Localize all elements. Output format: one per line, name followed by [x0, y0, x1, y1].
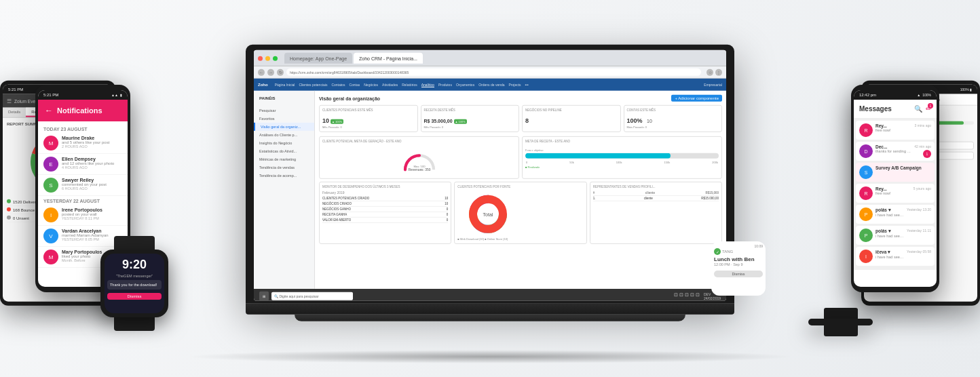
msg-avatar: R — [859, 186, 873, 200]
watch-name: TANG — [722, 250, 733, 254]
nav-contatos[interactable]: Contatos — [331, 83, 345, 87]
sidebar-tendencia-vendas[interactable]: Tendência de vendas — [254, 163, 314, 172]
browser-tab-2[interactable]: Zoho CRM - Página Inicia... — [354, 53, 423, 64]
revenue-realized: ■ Realizado — [525, 165, 719, 169]
sidebar-insights[interactable]: Insights do Negócio — [254, 139, 314, 147]
perf-row-4: RECEITA GANHA0 — [322, 212, 448, 218]
compose-icon[interactable]: ✏ 1 — [926, 105, 931, 113]
nav-ordens[interactable]: Ordens de venda — [478, 83, 504, 87]
start-button[interactable]: ⊞ — [259, 292, 269, 301]
battery-pct: 100% — [922, 93, 931, 97]
message-item[interactable]: P polás ▾ i have had seen the mockup s..… — [856, 226, 935, 245]
nav-atividades[interactable]: Atividades — [382, 83, 398, 87]
msg-avatar: P — [859, 229, 873, 242]
nav-projetos[interactable]: Projects — [509, 83, 521, 87]
notif-name: Maurine Drake — [62, 136, 122, 140]
stat-receita-badge: ▲ 100% — [454, 119, 467, 124]
nav-negocios[interactable]: Negócios — [364, 83, 378, 87]
nav-more[interactable]: ••• — [525, 83, 529, 87]
msg-text: free now! — [875, 191, 911, 195]
nav-analitico[interactable]: Analítico — [421, 82, 434, 87]
menu-icon[interactable]: ⋮ — [715, 68, 722, 75]
taskbar-icon-3[interactable]: ⊡ — [685, 292, 689, 300]
phone-right-screen: 12:42 pm ▲ 100% Messages 🔍 ✏ 1 — [854, 90, 937, 287]
msg-content: Survey A/B Campaign — [875, 165, 931, 170]
stat-clientes-badge: ▲ 100% — [331, 119, 343, 124]
paineis-title: PAINÉIS — [259, 96, 276, 100]
search-icon[interactable]: 🔍 — [914, 105, 922, 113]
msg-time: 3 mins ago — [915, 123, 931, 127]
nav-relatorios[interactable]: Relatórios — [402, 83, 417, 87]
taskbar-icon-1[interactable]: ⊡ — [674, 292, 678, 300]
message-item[interactable]: I ičeva ▾ i have had seen the mockup s..… — [856, 247, 935, 266]
message-item[interactable]: R Rey... free now! 5 yours ago — [856, 184, 935, 203]
messages-header: Messages 🔍 ✏ 1 — [854, 100, 937, 119]
notification-badge: 1 — [928, 103, 933, 108]
message-item[interactable]: S Survey A/B Campaign — [856, 163, 935, 182]
stat-receita-sub: Mês Passado: 0 — [424, 125, 516, 129]
taskbar-icon-5[interactable]: ⊡ — [696, 292, 700, 300]
add-component-button[interactable]: + Adicionar componente — [671, 95, 722, 102]
fonte-title: CLIENTES POTENCIAIS POR FONTE — [457, 185, 583, 188]
sidebar-tendencia-acomp[interactable]: Tendência de acomp... — [254, 172, 314, 180]
monitor-month: February 2019 — [322, 191, 448, 195]
monitor-desempenho: MONITOR DE DESEMPENHO DOS ÚLTIMOS 3 MESE… — [319, 182, 451, 244]
msg-avatar: S — [859, 165, 873, 179]
sidebar-favoritos[interactable]: Favoritos — [254, 115, 314, 123]
taskbar-icon-2[interactable]: ⊡ — [679, 292, 683, 300]
msg-name: Rey... — [875, 123, 912, 128]
msg-avatar: I — [859, 250, 873, 263]
msg-avatar: D — [859, 144, 873, 158]
chart-meta-receita: META DE RECEITA - ESTE ANO Fora o objeti… — [522, 136, 722, 179]
close-btn-icon[interactable] — [258, 56, 263, 60]
reload-button[interactable]: ↻ — [277, 68, 284, 75]
msg-text: i have had seen the mockup s... — [875, 234, 904, 238]
watch-right-dismiss-button[interactable]: Dismiss — [714, 271, 763, 277]
sidebar-analises[interactable]: Análises do Cliente p... — [254, 131, 314, 139]
bottom-row: MONITOR DE DESEMPENHO DOS ÚLTIMOS 3 MESE… — [319, 182, 722, 244]
sidebar-pesquisar[interactable]: Pesquisar — [254, 106, 314, 115]
sidebar-visao-geral[interactable]: Visão geral da organiz... — [254, 123, 314, 131]
reps-title: REPRESENTANTES DE VENDAS PROFILI... — [593, 185, 719, 188]
notif-avatar: E — [43, 157, 58, 172]
notification-item: I Irene Portopoulos posted on your wall … — [38, 205, 128, 226]
msg-text: i have had seen the mockup s... — [875, 213, 904, 217]
revenue-bar: Fora o objetivo 050k100k150k200k ■ Reali… — [525, 145, 719, 172]
nav-produtos[interactable]: Produtos — [438, 83, 452, 87]
msg-content: polás ▾ i have had seen the mockup s... — [875, 229, 904, 238]
revenue-bar-track — [525, 153, 719, 159]
msg-badge: 1 — [923, 150, 931, 158]
back-nav-button[interactable]: ← — [258, 68, 265, 75]
browser-url-bar[interactable]: https://crm.zoho.com/crm/org846318905/ta… — [286, 68, 701, 76]
sidebar-metricas[interactable]: Métricas de marketing — [254, 155, 314, 163]
watch-message: Thank you for the download! — [107, 280, 162, 290]
taskbar-icon-4[interactable]: ⊡ — [690, 292, 694, 300]
scene: 5:21 PM ▲ ▮ ☰ Zolum Events · 2014 Detail… — [0, 0, 980, 377]
maximize-btn-icon[interactable] — [273, 56, 278, 60]
watch-lunch-event: Lunch with Ben — [714, 256, 763, 262]
phone-right-status-bar: 12:42 pm ▲ 100% — [854, 90, 937, 100]
message-item[interactable]: R Rey... free now! 3 mins ago — [856, 121, 935, 140]
message-item[interactable]: P polás ▾ i have had seen the mockup s..… — [856, 205, 935, 224]
msg-text: i have had seen the mockup s... — [875, 255, 904, 259]
watch-dismiss-button[interactable]: Dismiss — [107, 293, 162, 300]
nav-pagina-inicial[interactable]: Página Inicial — [275, 83, 295, 87]
bookmark-icon[interactable]: ☆ — [706, 68, 713, 75]
sidebar-estatisticas[interactable]: Estatísticas do Ativid... — [254, 147, 314, 155]
watch-band-top — [114, 236, 155, 250]
back-button[interactable]: ← — [45, 106, 53, 115]
messages-header-icons: 🔍 ✏ 1 — [914, 105, 931, 113]
browser-tab-1[interactable]: Homepage: App One-Page — [284, 53, 352, 64]
windows-search[interactable]: 🔍 Digite aqui para pesquisar — [271, 292, 353, 300]
nav-clientes[interactable]: Clientes potenciais — [299, 83, 327, 87]
nav-contas[interactable]: Contas — [349, 83, 360, 87]
laptop-foot — [295, 315, 685, 321]
nav-orcamentos[interactable]: Orçamentos — [456, 83, 474, 87]
message-item[interactable]: D Dec... thanks for sending me the link;… — [856, 142, 935, 161]
forward-nav-button[interactable]: → — [267, 68, 274, 75]
stat-contas-sub: Mais Passado: 0 — [627, 125, 719, 129]
tab-details[interactable]: Details — [3, 108, 26, 117]
gauge-chart: Revenues: 350 Mas: 500 — [322, 145, 516, 176]
yesterday-header: YESTERDAY 22 AUGUST — [38, 196, 128, 205]
minimize-btn-icon[interactable] — [265, 56, 270, 60]
